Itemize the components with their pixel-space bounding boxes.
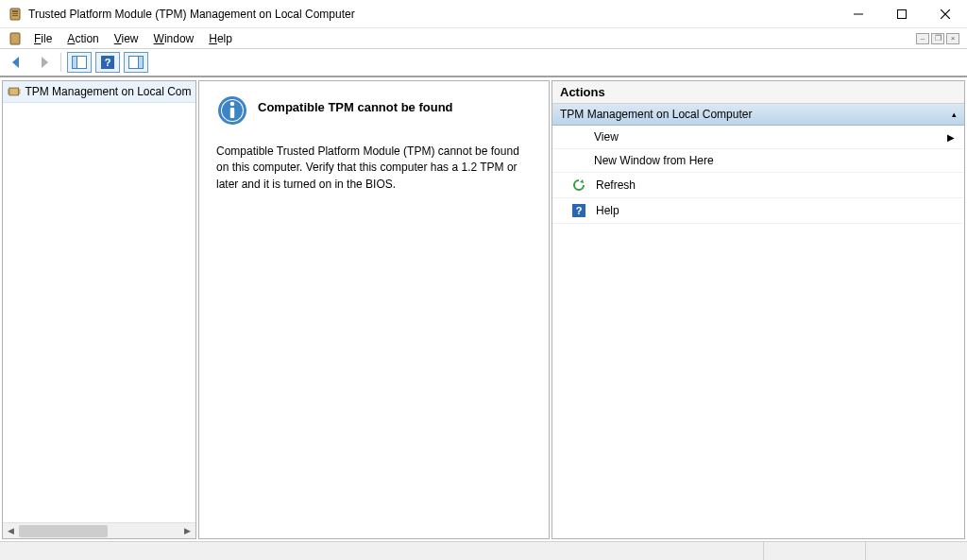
tpm-chip-icon (7, 84, 21, 99)
scroll-left-arrow[interactable]: ◀ (3, 523, 19, 538)
svg-text:?: ? (576, 205, 583, 216)
close-button[interactable] (924, 0, 967, 27)
submenu-arrow-icon: ▶ (947, 132, 955, 143)
status-bar (0, 541, 967, 560)
console-tree-pane: TPM Management on Local Comp ◀ ▶ (2, 80, 196, 539)
info-icon (216, 94, 248, 127)
status-cell-main (0, 542, 763, 560)
show-hide-console-tree-button[interactable] (67, 52, 92, 73)
menu-view[interactable]: View (107, 30, 146, 47)
mdi-close-button[interactable]: × (946, 33, 959, 44)
svg-rect-3 (12, 15, 18, 16)
svg-rect-2 (12, 13, 18, 14)
actions-header: Actions (552, 81, 964, 104)
actions-group-label: TPM Management on Local Computer (560, 108, 752, 121)
result-pane: Compatible TPM cannot be found Compatibl… (198, 80, 550, 539)
scroll-track[interactable] (19, 523, 179, 538)
horizontal-scrollbar[interactable]: ◀ ▶ (3, 522, 195, 538)
action-view[interactable]: View ▶ (552, 126, 964, 149)
title-bar: Trusted Platform Module (TPM) Management… (0, 0, 967, 28)
svg-point-25 (230, 102, 235, 107)
action-new-window[interactable]: New Window from Here (552, 149, 964, 173)
app-icon (8, 7, 23, 22)
mdi-controls: – ❐ × (916, 33, 963, 44)
help-icon: ? (571, 203, 586, 218)
main-content: TPM Management on Local Comp ◀ ▶ Compati… (0, 77, 967, 541)
status-cell-3 (865, 542, 967, 560)
scroll-thumb[interactable] (19, 525, 108, 537)
alert-title: Compatible TPM cannot be found (258, 100, 453, 114)
actions-group-header[interactable]: TPM Management on Local Computer ▴ (552, 104, 964, 126)
svg-rect-26 (230, 108, 234, 118)
menu-action[interactable]: Action (59, 30, 106, 47)
window-controls (837, 0, 967, 27)
scroll-right-arrow[interactable]: ▶ (179, 523, 195, 538)
help-button[interactable]: ? (95, 52, 120, 73)
svg-rect-14 (139, 57, 144, 69)
svg-text:?: ? (105, 57, 111, 68)
alert-body: Compatible Trusted Platform Module (TPM)… (216, 144, 528, 193)
svg-rect-8 (10, 33, 20, 44)
show-hide-action-pane-button[interactable] (124, 52, 148, 73)
svg-rect-1 (12, 10, 18, 12)
action-label: Refresh (596, 178, 636, 192)
action-label: View (594, 130, 619, 144)
action-label: Help (596, 204, 619, 217)
back-button[interactable] (6, 51, 28, 74)
action-refresh[interactable]: Refresh (552, 173, 964, 198)
minimize-button[interactable] (837, 0, 880, 27)
forward-button[interactable] (32, 51, 55, 74)
alert-header: Compatible TPM cannot be found (216, 94, 532, 127)
action-help[interactable]: ? Help (552, 198, 964, 224)
mdi-restore-button[interactable]: ❐ (931, 33, 944, 44)
menu-file[interactable]: File (26, 30, 59, 47)
action-label: New Window from Here (594, 154, 714, 167)
app-icon-small (8, 31, 23, 46)
svg-rect-10 (73, 57, 77, 69)
toolbar: ? (0, 49, 967, 77)
collapse-arrow-icon: ▴ (952, 110, 957, 119)
refresh-icon (571, 178, 586, 193)
svg-rect-15 (9, 88, 19, 95)
maximize-button[interactable] (880, 0, 924, 27)
actions-pane: Actions TPM Management on Local Computer… (551, 80, 965, 539)
menu-window[interactable]: Window (146, 30, 202, 47)
mdi-minimize-button[interactable]: – (916, 33, 929, 44)
tree-item-tpm-management[interactable]: TPM Management on Local Comp (3, 81, 195, 103)
toolbar-separator (60, 53, 61, 72)
status-cell-2 (763, 542, 865, 560)
window-title: Trusted Platform Module (TPM) Management… (28, 8, 837, 21)
menu-bar: File Action View Window Help – ❐ × (0, 28, 967, 49)
tree-item-label: TPM Management on Local Comp (25, 85, 192, 98)
svg-rect-5 (898, 9, 907, 18)
menu-help[interactable]: Help (201, 30, 240, 47)
